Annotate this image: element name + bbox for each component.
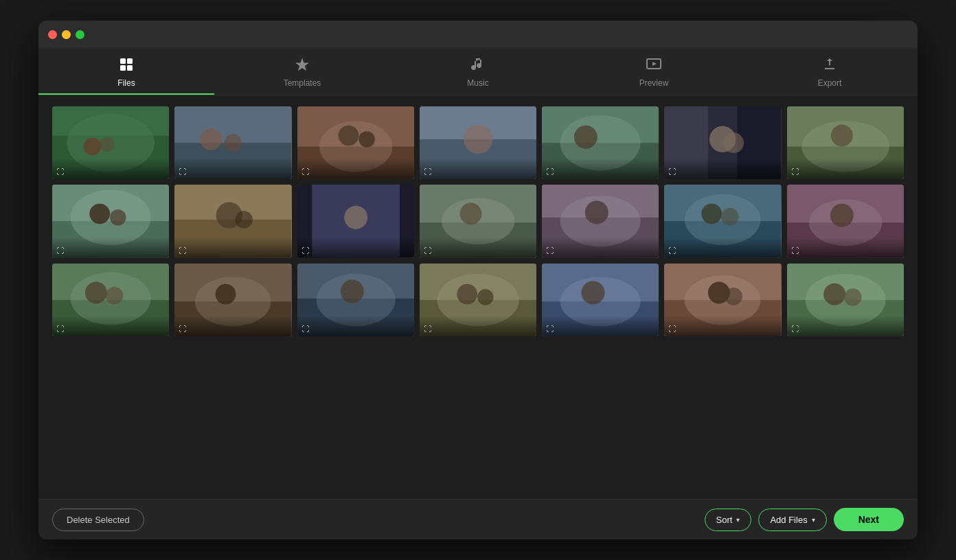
media-type-icon: ⛶	[301, 325, 309, 333]
svg-point-19	[358, 131, 374, 147]
svg-point-91	[725, 288, 743, 305]
svg-rect-2	[120, 65, 126, 71]
media-type-icon: ⛶	[179, 167, 186, 176]
media-type-icon: ⛶	[56, 325, 64, 333]
thumb-gradient	[787, 159, 904, 179]
svg-point-44	[236, 211, 253, 229]
svg-point-18	[338, 126, 358, 146]
media-type-icon: ⛶	[424, 325, 431, 333]
thumb-gradient	[174, 316, 291, 336]
svg-point-47	[344, 206, 367, 229]
tab-preview[interactable]: Preview	[566, 48, 742, 95]
minimize-button[interactable]	[62, 30, 71, 39]
thumb-gradient	[542, 159, 659, 179]
sort-label: Sort	[716, 515, 733, 525]
media-item[interactable]: ⛶	[787, 264, 904, 336]
svg-point-95	[823, 283, 845, 305]
media-item[interactable]: ⛶	[664, 185, 781, 257]
media-item[interactable]: ⛶	[52, 264, 169, 336]
preview-icon	[646, 56, 662, 75]
thumb-gradient	[297, 159, 414, 179]
svg-point-60	[721, 208, 739, 226]
media-item[interactable]: ⛶	[787, 106, 904, 179]
tab-music-label: Music	[467, 78, 488, 88]
media-type-icon: ⛶	[301, 246, 309, 255]
delete-selected-button[interactable]: Delete Selected	[52, 509, 144, 531]
media-item[interactable]: ⛶	[420, 185, 536, 257]
svg-point-69	[106, 287, 124, 305]
thumb-gradient	[542, 237, 659, 258]
tab-music[interactable]: Music	[390, 48, 566, 95]
thumb-gradient	[52, 237, 169, 258]
title-bar	[38, 21, 918, 48]
tab-files[interactable]: Files	[38, 48, 214, 95]
media-item[interactable]: ⛶	[297, 264, 414, 336]
svg-rect-1	[127, 58, 133, 64]
media-type-icon: ⛶	[668, 325, 676, 333]
tab-export-label: Export	[818, 78, 842, 88]
svg-rect-0	[120, 58, 126, 64]
svg-point-14	[225, 134, 242, 152]
svg-point-31	[724, 132, 744, 153]
svg-rect-3	[127, 65, 133, 71]
media-item[interactable]: ⛶	[420, 106, 536, 179]
media-item[interactable]: ⛶	[52, 106, 169, 179]
media-item[interactable]: ⛶	[174, 106, 291, 179]
music-icon	[470, 56, 486, 75]
thumb-gradient	[297, 237, 414, 258]
svg-point-22	[464, 125, 493, 154]
thumb-gradient	[52, 159, 169, 179]
media-type-icon: ⛶	[546, 325, 554, 333]
next-button[interactable]: Next	[834, 508, 904, 531]
chevron-down-icon: ▾	[736, 516, 740, 524]
tab-export[interactable]: Export	[742, 48, 918, 95]
svg-point-10	[100, 137, 114, 152]
media-item[interactable]: ⛶	[664, 106, 781, 179]
svg-point-59	[702, 204, 722, 224]
traffic-lights	[48, 30, 84, 39]
add-files-label: Add Files	[770, 515, 807, 525]
svg-point-39	[89, 204, 110, 224]
export-icon	[821, 56, 838, 75]
tab-preview-label: Preview	[639, 78, 669, 88]
svg-point-96	[844, 288, 862, 306]
svg-point-81	[457, 284, 477, 305]
sort-button[interactable]: Sort ▾	[705, 509, 752, 531]
svg-point-40	[110, 210, 126, 226]
media-type-icon: ⛶	[791, 325, 799, 333]
templates-icon	[294, 56, 310, 75]
maximize-button[interactable]	[76, 30, 84, 39]
svg-point-73	[216, 284, 236, 305]
media-item[interactable]: ⛶	[174, 185, 291, 257]
media-item[interactable]: ⛶	[52, 185, 169, 257]
media-item[interactable]: ⛶	[787, 185, 904, 257]
media-item[interactable]: ⛶	[542, 264, 659, 336]
svg-point-55	[585, 201, 608, 224]
media-item[interactable]: ⛶	[542, 106, 659, 179]
svg-point-86	[582, 281, 605, 304]
media-content: ⛶ ⛶	[38, 95, 918, 499]
tab-templates[interactable]: Templates	[214, 48, 390, 95]
app-window: Files Templates Music	[38, 21, 918, 539]
media-item[interactable]: ⛶	[664, 264, 781, 336]
media-type-icon: ⛶	[668, 246, 676, 255]
thumb-gradient	[174, 237, 291, 258]
media-type-icon: ⛶	[179, 325, 186, 333]
media-item[interactable]: ⛶	[297, 106, 414, 179]
media-type-icon: ⛶	[301, 167, 309, 176]
svg-point-82	[477, 289, 493, 305]
svg-point-68	[85, 281, 107, 303]
close-button[interactable]	[48, 30, 57, 39]
add-files-button[interactable]: Add Files ▾	[758, 509, 826, 531]
media-item[interactable]: ⛶	[420, 264, 536, 336]
thumb-gradient	[420, 316, 536, 336]
media-item[interactable]: ⛶	[542, 185, 659, 257]
media-item[interactable]: ⛶	[174, 264, 291, 336]
thumb-gradient	[297, 316, 414, 336]
svg-point-35	[831, 125, 853, 147]
svg-point-77	[340, 279, 363, 303]
bottom-bar: Delete Selected Sort ▾ Add Files ▾ Next	[38, 499, 918, 539]
media-item[interactable]: ⛶	[297, 185, 414, 257]
media-type-icon: ⛶	[791, 167, 799, 176]
media-type-icon: ⛶	[424, 246, 431, 255]
